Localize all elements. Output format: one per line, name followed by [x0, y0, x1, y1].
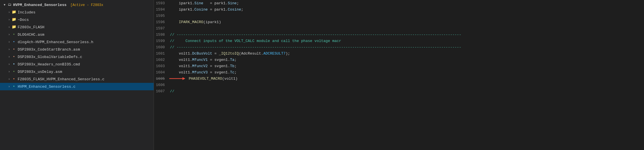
project-tree: ▼ 🗂 HVPM_Enhanced_Sensorless [Active - F… [0, 0, 154, 150]
tree-arrow-codestart: › [7, 48, 11, 51]
file-icon-headers: ▪ [11, 62, 17, 67]
line-number-1607: 1607 [154, 89, 169, 93]
tree-label-includes: Includes [18, 10, 35, 15]
tree-label-hvpm-c: HVPM_Enhanced_Sensorless.c [18, 85, 76, 89]
file-icon-dlog4chc: ▪ [11, 32, 17, 37]
code-line-1603: 1603 volt1.MfuncV2 = svgen1.Tb; [154, 63, 644, 69]
tree-item-includes[interactable]: › 📁 Includes [0, 9, 154, 16]
line-content-1601: volt1.DcBusVolt = _IQ12toIQ(AdcResult.AD… [169, 51, 642, 56]
tree-label-usdelay: DSP2803x_usDelay.asm [18, 70, 62, 74]
tree-label-f28035: F28035_FLASH_HVPM_Enhanced_Sensorless.c [18, 77, 104, 81]
line-number-1598: 1598 [154, 33, 169, 37]
tree-arrow-root: ▼ [2, 3, 7, 7]
line-number-1599: 1599 [154, 39, 169, 43]
line-content-1607: // [169, 89, 642, 93]
code-line-1595: 1595 [154, 13, 644, 19]
line-content-1596: IPARK_MACRO(ipark1) [169, 20, 642, 24]
tree-label-dlog4chc: DLOG4CHC.asm [18, 33, 44, 37]
tree-item-dlog4chc-asm[interactable]: › ▪ DLOG4CHC.asm [0, 31, 154, 38]
line-number-1600: 1600 [154, 45, 169, 49]
line-content-1602: volt1.MfuncV1 = svgen1.Ta; [169, 58, 642, 62]
tree-arrow-f28035: › [7, 78, 11, 81]
line-number-1597: 1597 [154, 26, 169, 31]
line-content-1603: volt1.MfuncV2 = svgen1.Tb; [169, 64, 642, 68]
line-content-1605: PHASEVOLT_MACRO(volt1) [188, 77, 642, 81]
tree-arrow-dlog4chc: › [7, 33, 11, 36]
svg-marker-1 [182, 77, 185, 80]
line-content-1604: volt1.MfuncV3 = svgen1.Tc; [169, 70, 642, 75]
file-icon-hvpm-c: ▪ [11, 84, 17, 89]
tree-arrow-dlog4ch-h: › [7, 41, 11, 44]
tree-item-globalvar[interactable]: › ▪ DSP2803x_GlobalVariableDefs.c [0, 53, 154, 61]
code-line-1602: 1602 volt1.MfuncV1 = svgen1.Ta; [154, 57, 644, 63]
tree-item-dlog4ch-h[interactable]: › ▪ dlog4ch-HVPM_Enhanced_Sensorless.h [0, 38, 154, 46]
code-line-1594: 1594 ipark1.Cosine = park1.Cosine; [154, 6, 644, 13]
line-content-1595 [169, 14, 642, 18]
project-name-label: HVPM_Enhanced_Sensorless [Active - F2803… [13, 3, 103, 7]
code-line-1596: 1596 IPARK_MACRO(ipark1) [154, 19, 644, 25]
tree-item-f28035-flash[interactable]: › ▪ F28035_FLASH_HVPM_Enhanced_Sensorles… [0, 75, 154, 83]
line-number-1594: 1594 [154, 7, 169, 12]
line-number-1602: 1602 [154, 58, 169, 62]
code-line-1606: 1606 [154, 82, 644, 88]
file-icon-dlog4ch-h: ▪ [11, 39, 17, 45]
tree-arrow-f2803x-flash: › [7, 26, 11, 29]
file-icon-globalvar: ▪ [11, 54, 17, 59]
code-line-1601: 1601 volt1.DcBusVolt = _IQ12toIQ(AdcResu… [154, 50, 644, 57]
tree-item-docs[interactable]: › 📁 ~Docs [0, 16, 154, 23]
file-icon-usdelay: ▪ [11, 69, 17, 74]
tree-arrow-includes: › [7, 11, 11, 14]
project-icon: 🗂 [7, 2, 12, 7]
red-arrow-annotation [169, 76, 186, 81]
file-icon-codestart: ▪ [11, 47, 17, 52]
line-content-1606 [169, 83, 642, 87]
tree-item-hvpm-c[interactable]: › ▪ HVPM_Enhanced_Sensorless.c [0, 83, 154, 90]
active-badge: [Active - F2803x [70, 3, 103, 7]
code-line-1597: 1597 [154, 25, 644, 31]
tree-item-codestart[interactable]: › ▪ DSP2803x_CodeStartBranch.asm [0, 46, 154, 53]
line-content-1599: // Connect inputs of the VOLT_CALC modul… [169, 39, 642, 43]
tree-item-headers[interactable]: › ▪ DSP2803x_Headers_nonBIOS.cmd [0, 61, 154, 68]
file-icon-f28035: ▪ [11, 77, 17, 82]
code-line-1604: 1604 volt1.MfuncV3 = svgen1.Tc; [154, 69, 644, 75]
line-number-1604: 1604 [154, 70, 169, 75]
line-content-1593: ipark1.Sine = park1.Sine; [169, 1, 642, 5]
line-number-1605: 1605 [154, 77, 169, 81]
tree-item-usdelay[interactable]: › ▪ DSP2803x_usDelay.asm [0, 68, 154, 75]
code-editor: 1593 ipark1.Sine = park1.Sine; 1594 ipar… [154, 0, 644, 150]
line-number-1596: 1596 [154, 20, 169, 24]
line-number-1601: 1601 [154, 51, 169, 56]
tree-item-root[interactable]: ▼ 🗂 HVPM_Enhanced_Sensorless [Active - F… [0, 1, 154, 9]
line-number-1603: 1603 [154, 64, 169, 68]
code-line-1598: 1598 // --------------------------------… [154, 31, 644, 38]
tree-label-docs: ~Docs [18, 18, 29, 22]
folder-icon-includes: 📁 [11, 10, 17, 15]
line-number-1606: 1606 [154, 83, 169, 87]
code-line-1593: 1593 ipark1.Sine = park1.Sine; [154, 0, 644, 6]
tree-arrow-globalvar: › [7, 55, 11, 59]
line-content-1594: ipark1.Cosine = park1.Cosine; [169, 7, 642, 12]
tree-label-headers: DSP2803x_Headers_nonBIOS.cmd [18, 62, 80, 67]
folder-icon-f2803x-flash: 📁 [11, 25, 17, 30]
code-line-1599: 1599 // Connect inputs of the VOLT_CALC … [154, 38, 644, 44]
tree-arrow-usdelay: › [7, 70, 11, 73]
line-content-1597 [169, 26, 642, 31]
tree-label-globalvar: DSP2803x_GlobalVariableDefs.c [18, 55, 82, 59]
tree-label-codestart: DSP2803x_CodeStartBranch.asm [18, 47, 80, 52]
code-line-1600: 1600 // --------------------------------… [154, 44, 644, 50]
line-content-1598: // -------------------------------------… [169, 33, 642, 37]
tree-item-f2803x-flash[interactable]: › 📁 F2803x_FLASH [0, 23, 154, 31]
code-line-1607: 1607 // [154, 88, 644, 94]
code-lines: 1593 ipark1.Sine = park1.Sine; 1594 ipar… [154, 0, 644, 150]
line-number-1595: 1595 [154, 14, 169, 18]
tree-label-dlog4ch-h: dlog4ch-HVPM_Enhanced_Sensorless.h [18, 40, 93, 44]
folder-icon-docs: 📁 [11, 17, 17, 22]
line-content-1600: // -------------------------------------… [169, 45, 642, 49]
tree-arrow-headers: › [7, 63, 11, 66]
tree-label-f2803x-flash: F2803x_FLASH [18, 25, 44, 29]
tree-arrow-hvpm-c: › [7, 85, 11, 88]
tree-arrow-docs: › [7, 18, 11, 21]
arrow-svg [169, 76, 186, 81]
line-number-1593: 1593 [154, 1, 169, 5]
code-line-1605: 1605 PHASEVOLT_MACRO(volt1) [154, 75, 644, 82]
